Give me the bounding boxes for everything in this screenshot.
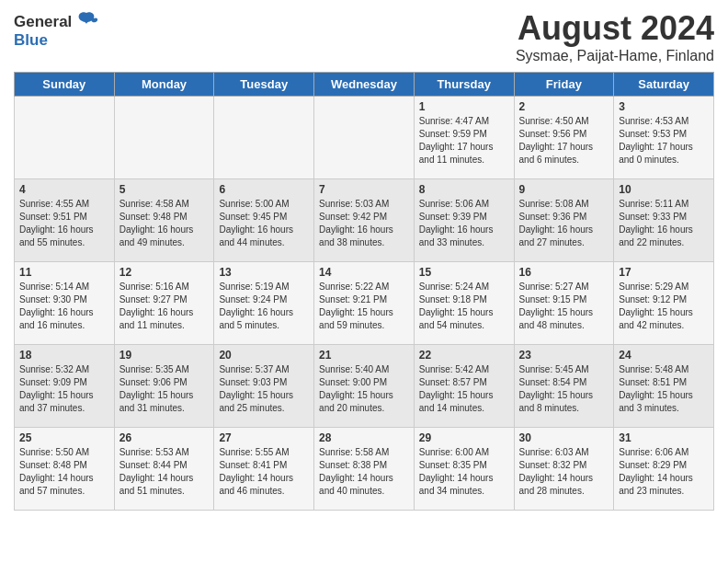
day-info: Sunrise: 5:29 AM Sunset: 9:12 PM Dayligh…	[619, 281, 709, 332]
day-info: Sunrise: 5:00 AM Sunset: 9:45 PM Dayligh…	[219, 198, 309, 249]
day-number: 10	[619, 183, 709, 196]
week-row-5: 25Sunrise: 5:50 AM Sunset: 8:48 PM Dayli…	[15, 428, 714, 511]
day-info: Sunrise: 6:03 AM Sunset: 8:32 PM Dayligh…	[519, 446, 609, 498]
day-number: 24	[619, 349, 709, 362]
day-number: 19	[119, 349, 210, 362]
day-number: 27	[219, 431, 309, 444]
day-header-monday: Monday	[114, 73, 214, 97]
calendar-cell: 3Sunrise: 4:53 AM Sunset: 9:53 PM Daylig…	[614, 97, 714, 179]
day-info: Sunrise: 6:06 AM Sunset: 8:29 PM Dayligh…	[619, 446, 709, 498]
day-number: 8	[419, 183, 509, 196]
day-info: Sunrise: 5:53 AM Sunset: 8:44 PM Dayligh…	[119, 446, 210, 498]
day-info: Sunrise: 5:24 AM Sunset: 9:18 PM Dayligh…	[419, 281, 509, 332]
calendar-cell: 31Sunrise: 6:06 AM Sunset: 8:29 PM Dayli…	[614, 428, 714, 511]
day-info: Sunrise: 5:03 AM Sunset: 9:42 PM Dayligh…	[319, 198, 409, 249]
day-number: 6	[219, 183, 309, 196]
calendar-cell: 10Sunrise: 5:11 AM Sunset: 9:33 PM Dayli…	[614, 179, 714, 262]
day-info: Sunrise: 5:08 AM Sunset: 9:36 PM Dayligh…	[519, 198, 609, 249]
day-info: Sunrise: 5:58 AM Sunset: 8:38 PM Dayligh…	[319, 446, 409, 498]
day-number: 9	[519, 183, 609, 196]
day-number: 22	[419, 349, 509, 362]
calendar-cell: 25Sunrise: 5:50 AM Sunset: 8:48 PM Dayli…	[15, 428, 115, 511]
day-number: 29	[419, 431, 509, 444]
day-info: Sunrise: 5:19 AM Sunset: 9:24 PM Dayligh…	[219, 281, 309, 332]
week-row-4: 18Sunrise: 5:32 AM Sunset: 9:09 PM Dayli…	[15, 345, 714, 428]
calendar-cell: 13Sunrise: 5:19 AM Sunset: 9:24 PM Dayli…	[214, 262, 314, 345]
day-info: Sunrise: 5:48 AM Sunset: 8:51 PM Dayligh…	[619, 363, 709, 415]
day-info: Sunrise: 5:16 AM Sunset: 9:27 PM Dayligh…	[119, 281, 210, 332]
day-header-saturday: Saturday	[614, 73, 714, 97]
calendar-cell: 29Sunrise: 6:00 AM Sunset: 8:35 PM Dayli…	[414, 428, 514, 511]
month-year: August 2024	[516, 9, 714, 48]
calendar-cell: 1Sunrise: 4:47 AM Sunset: 9:59 PM Daylig…	[414, 97, 514, 179]
day-number: 16	[519, 266, 609, 279]
calendar-cell: 30Sunrise: 6:03 AM Sunset: 8:32 PM Dayli…	[514, 428, 614, 511]
day-info: Sunrise: 6:00 AM Sunset: 8:35 PM Dayligh…	[419, 446, 509, 498]
day-info: Sunrise: 4:47 AM Sunset: 9:59 PM Dayligh…	[419, 115, 509, 167]
day-number: 31	[619, 431, 709, 444]
day-number: 17	[619, 266, 709, 279]
day-info: Sunrise: 5:55 AM Sunset: 8:41 PM Dayligh…	[219, 446, 309, 498]
day-number: 30	[519, 431, 609, 444]
day-number: 1	[419, 100, 509, 113]
day-header-thursday: Thursday	[414, 73, 514, 97]
week-row-3: 11Sunrise: 5:14 AM Sunset: 9:30 PM Dayli…	[15, 262, 714, 345]
day-number: 14	[319, 266, 409, 279]
day-number: 18	[19, 349, 109, 362]
day-number: 13	[219, 266, 309, 279]
week-row-2: 4Sunrise: 4:55 AM Sunset: 9:51 PM Daylig…	[15, 179, 714, 262]
calendar-cell: 15Sunrise: 5:24 AM Sunset: 9:18 PM Dayli…	[414, 262, 514, 345]
day-number: 3	[619, 100, 709, 113]
day-info: Sunrise: 5:11 AM Sunset: 9:33 PM Dayligh…	[619, 198, 709, 249]
calendar-cell: 11Sunrise: 5:14 AM Sunset: 9:30 PM Dayli…	[15, 262, 115, 345]
day-info: Sunrise: 5:40 AM Sunset: 9:00 PM Dayligh…	[319, 363, 409, 415]
day-info: Sunrise: 5:27 AM Sunset: 9:15 PM Dayligh…	[519, 281, 609, 332]
calendar-cell: 16Sunrise: 5:27 AM Sunset: 9:15 PM Dayli…	[514, 262, 614, 345]
calendar-cell: 2Sunrise: 4:50 AM Sunset: 9:56 PM Daylig…	[514, 97, 614, 179]
calendar-cell: 5Sunrise: 4:58 AM Sunset: 9:48 PM Daylig…	[114, 179, 214, 262]
day-number: 21	[319, 349, 409, 362]
calendar-cell: 8Sunrise: 5:06 AM Sunset: 9:39 PM Daylig…	[414, 179, 514, 262]
logo-text: General	[14, 13, 72, 31]
day-number: 20	[219, 349, 309, 362]
day-number: 28	[319, 431, 409, 444]
day-info: Sunrise: 4:50 AM Sunset: 9:56 PM Dayligh…	[519, 115, 609, 167]
day-info: Sunrise: 5:42 AM Sunset: 8:57 PM Dayligh…	[419, 363, 509, 415]
day-info: Sunrise: 4:58 AM Sunset: 9:48 PM Dayligh…	[119, 198, 210, 249]
day-info: Sunrise: 5:32 AM Sunset: 9:09 PM Dayligh…	[19, 363, 109, 415]
location: Sysmae, Paijat-Hame, Finland	[516, 48, 714, 64]
day-number: 12	[119, 266, 210, 279]
day-number: 26	[119, 431, 210, 444]
day-number: 2	[519, 100, 609, 113]
day-info: Sunrise: 5:50 AM Sunset: 8:48 PM Dayligh…	[19, 446, 109, 498]
calendar-cell: 17Sunrise: 5:29 AM Sunset: 9:12 PM Dayli…	[614, 262, 714, 345]
calendar-cell	[314, 97, 415, 179]
day-number: 11	[19, 266, 109, 279]
day-number: 25	[19, 431, 109, 444]
day-header-wednesday: Wednesday	[314, 73, 415, 97]
calendar-cell: 7Sunrise: 5:03 AM Sunset: 9:42 PM Daylig…	[314, 179, 415, 262]
calendar-cell: 24Sunrise: 5:48 AM Sunset: 8:51 PM Dayli…	[614, 345, 714, 428]
day-info: Sunrise: 5:14 AM Sunset: 9:30 PM Dayligh…	[19, 281, 109, 332]
calendar-cell: 4Sunrise: 4:55 AM Sunset: 9:51 PM Daylig…	[15, 179, 115, 262]
week-row-1: 1Sunrise: 4:47 AM Sunset: 9:59 PM Daylig…	[15, 97, 714, 179]
header: General Blue August 2024 Sysmae, Paijat-…	[14, 9, 714, 64]
day-info: Sunrise: 4:53 AM Sunset: 9:53 PM Dayligh…	[619, 115, 709, 167]
calendar-cell: 19Sunrise: 5:35 AM Sunset: 9:06 PM Dayli…	[114, 345, 214, 428]
title-area: August 2024 Sysmae, Paijat-Hame, Finland	[516, 9, 714, 64]
logo-bird-icon	[74, 9, 99, 35]
calendar-cell: 27Sunrise: 5:55 AM Sunset: 8:41 PM Dayli…	[214, 428, 314, 511]
day-number: 7	[319, 183, 409, 196]
day-number: 4	[19, 183, 109, 196]
logo-blue-text: Blue	[14, 31, 48, 50]
day-info: Sunrise: 4:55 AM Sunset: 9:51 PM Dayligh…	[19, 198, 109, 249]
calendar-table: SundayMondayTuesdayWednesdayThursdayFrid…	[14, 72, 714, 511]
calendar-cell: 6Sunrise: 5:00 AM Sunset: 9:45 PM Daylig…	[214, 179, 314, 262]
day-header-tuesday: Tuesday	[214, 73, 314, 97]
calendar-cell	[214, 97, 314, 179]
calendar-cell: 9Sunrise: 5:08 AM Sunset: 9:36 PM Daylig…	[514, 179, 614, 262]
day-info: Sunrise: 5:37 AM Sunset: 9:03 PM Dayligh…	[219, 363, 309, 415]
day-header-friday: Friday	[514, 73, 614, 97]
calendar-cell: 21Sunrise: 5:40 AM Sunset: 9:00 PM Dayli…	[314, 345, 415, 428]
day-number: 5	[119, 183, 210, 196]
